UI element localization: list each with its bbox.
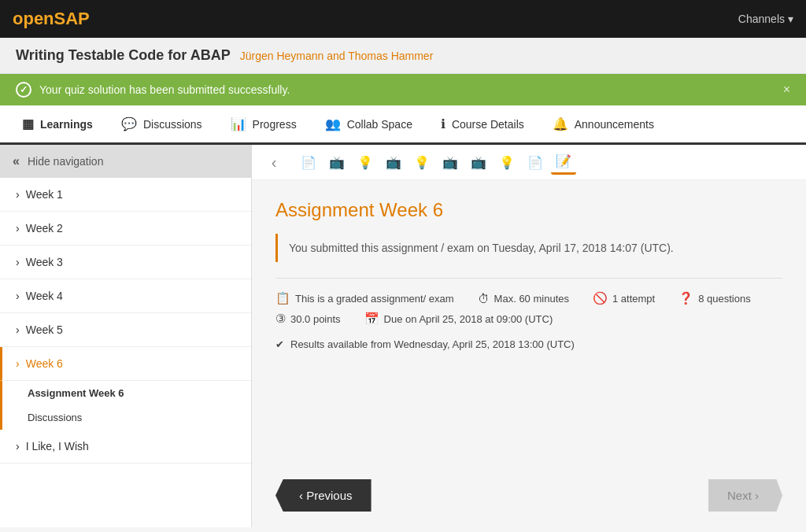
time-text: Max. 60 minutes [494,293,569,305]
i-like-i-wish-arrow: › [16,440,20,453]
toolbar-icon-video1[interactable]: 📺 [324,150,349,175]
questions-icon: ❓ [678,291,693,305]
week4-arrow: › [16,290,20,302]
week2-arrow: › [16,222,20,235]
toolbar-icon-video3[interactable]: 📺 [438,150,463,175]
assignment-content: Assignment Week 6 You submitted this ass… [252,180,806,464]
tab-discussions[interactable]: 💬 Discussions [107,105,216,145]
content-area: ‹ 📄 📺 💡 📺 💡 📺 📺 💡 📄 📝 Assignment Week 6 … [252,145,806,527]
announcements-icon: 🔔 [553,116,568,131]
week6-arrow: › [16,357,20,370]
toolbar-icon-doc1[interactable]: 📄 [296,150,321,175]
questions-text: 8 questions [698,293,751,305]
next-label: Next › [727,489,759,502]
toolbar-icon-idea2[interactable]: 💡 [409,150,434,175]
points-icon: ③ [275,312,286,326]
hide-nav-icon: « [13,154,20,168]
week6-label: Week 6 [26,357,63,370]
sidebar-sub-assignment-week6[interactable]: Assignment Week 6 [0,381,251,405]
week3-label: Week 3 [26,256,63,268]
toolbar-icon-video2[interactable]: 📺 [381,150,406,175]
logo: openSAP [13,9,90,29]
graded-text: This is a graded assignment/ exam [295,293,454,305]
toolbar-icon-idea3[interactable]: 💡 [494,150,519,175]
success-close-button[interactable]: × [783,83,790,97]
sidebar-item-week3[interactable]: › Week 3 [0,246,251,279]
progress-icon: 📊 [231,116,246,131]
divider1 [275,278,782,279]
submission-info: You submitted this assignment / exam on … [275,234,782,262]
results-row: ✔ Results available from Wednesday, Apri… [275,338,782,350]
results-checkmark: ✔ [275,338,284,350]
attempts-text: 1 attempt [612,293,655,305]
course-bar: Writing Testable Code for ABAP Jürgen He… [0,38,806,74]
sidebar-item-week2[interactable]: › Week 2 [0,212,251,246]
sidebar-item-week4[interactable]: › Week 4 [0,279,251,313]
meta-due: 📅 Due on April 25, 2018 at 09:00 (UTC) [364,312,553,326]
attempts-icon: 🚫 [593,291,608,305]
tab-progress[interactable]: 📊 Progress [216,105,311,145]
meta-questions: ❓ 8 questions [678,291,751,305]
graded-icon: 📋 [275,291,290,305]
assignment-title: Assignment Week 6 [275,199,782,221]
tab-collab-space[interactable]: 👥 Collab Space [311,105,427,145]
tab-collab-space-label: Collab Space [347,118,412,131]
toolbar-icon-idea1[interactable]: 💡 [353,150,378,175]
sidebar-sub-discussions[interactable]: Discussions [0,405,251,430]
tab-progress-label: Progress [253,118,297,131]
channels-arrow: ▾ [788,13,793,25]
sidebar-item-week5[interactable]: › Week 5 [0,313,251,347]
week5-arrow: › [16,323,20,336]
tab-course-details[interactable]: ℹ Course Details [427,105,538,145]
main-layout: « Hide navigation › Week 1 › Week 2 › We… [0,145,806,527]
points-text: 30.0 points [290,313,341,325]
sidebar-item-i-like-i-wish[interactable]: › I Like, I Wish [0,430,251,464]
previous-label: ‹ Previous [299,489,353,502]
week1-arrow: › [16,188,20,201]
toolbar-icon-video4[interactable]: 📺 [466,150,491,175]
meta-points: ③ 30.0 points [275,312,341,326]
tab-discussions-label: Discussions [143,118,202,131]
i-like-i-wish-label: I Like, I Wish [26,440,89,453]
success-banner: ✓ Your quiz solution has been submitted … [0,74,806,105]
meta-graded: 📋 This is a graded assignment/ exam [275,291,454,305]
logo-sap: SAP [54,9,90,28]
discussions-sub-label: Discussions [28,412,82,423]
course-authors: Jürgen Heymann and Thomas Hammer [240,50,434,62]
previous-button[interactable]: ‹ Previous [275,479,372,512]
success-message: Your quiz solution has been submitted su… [39,83,290,96]
due-text: Due on April 25, 2018 at 09:00 (UTC) [384,313,553,325]
toolbar-icon-assignment[interactable]: 📝 [551,150,576,175]
channels-button[interactable]: Channels ▾ [738,13,793,25]
week3-arrow: › [16,256,20,268]
due-icon: 📅 [364,312,379,326]
sidebar-item-week6[interactable]: › Week 6 [0,347,251,381]
channels-label: Channels [738,13,785,25]
course-details-icon: ℹ [441,116,446,131]
nav-buttons: ‹ Previous Next › [252,464,806,527]
hide-navigation-button[interactable]: « Hide navigation [0,145,251,178]
discussions-icon: 💬 [121,116,137,131]
toolbar-back-button[interactable]: ‹ [261,150,287,175]
header-right: Channels ▾ [738,13,793,25]
tab-learnings-label: Learnings [40,118,93,131]
sidebar: « Hide navigation › Week 1 › Week 2 › We… [0,145,252,527]
week4-label: Week 4 [26,290,63,302]
meta-attempts: 🚫 1 attempt [593,291,655,305]
toolbar-icon-doc2[interactable]: 📄 [523,150,548,175]
time-icon: ⏱ [478,292,490,305]
assignment-meta: 📋 This is a graded assignment/ exam ⏱ Ma… [275,291,782,326]
success-icon: ✓ [16,82,31,98]
collab-space-icon: 👥 [325,116,341,131]
week2-label: Week 2 [26,222,63,235]
hide-nav-label: Hide navigation [28,155,104,168]
logo-open: open [13,9,54,28]
tab-announcements-label: Announcements [575,118,654,131]
tab-course-details-label: Course Details [452,118,524,131]
sidebar-item-week1[interactable]: › Week 1 [0,178,251,212]
next-button[interactable]: Next › [708,479,782,512]
week5-label: Week 5 [26,323,63,336]
tab-learnings[interactable]: ▦ Learnings [8,105,107,145]
content-toolbar: ‹ 📄 📺 💡 📺 💡 📺 📺 💡 📄 📝 [252,145,806,180]
tab-announcements[interactable]: 🔔 Announcements [538,105,668,145]
